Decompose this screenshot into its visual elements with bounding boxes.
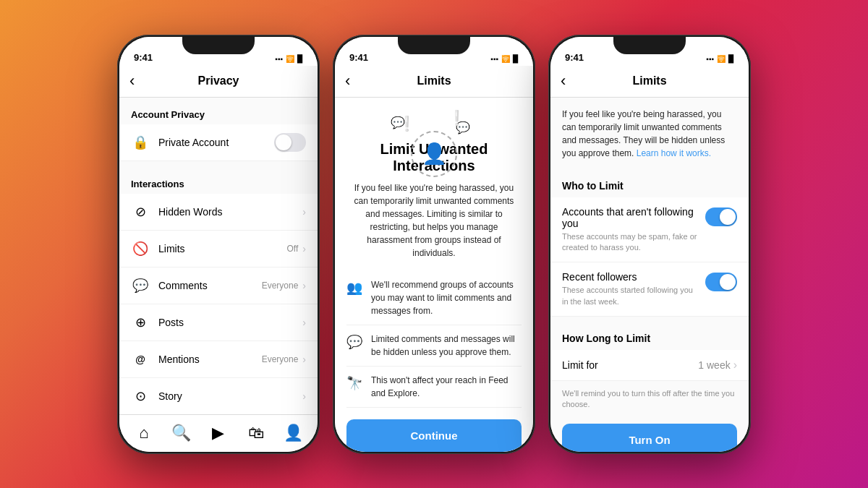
turn-on-button[interactable]: Turn On (562, 424, 737, 452)
comments-item[interactable]: 💬 Comments Everyone › (119, 267, 318, 304)
interactions-header: Interactions (119, 167, 318, 194)
not-following-sublabel: These accounts may be spam, fake or crea… (562, 231, 698, 254)
battery-icon-3: ▉ (728, 55, 734, 63)
nav-search[interactable]: 🔍 (168, 420, 194, 446)
back-button-2[interactable]: ‹ (345, 72, 350, 90)
limit-for-value: 1 week (698, 359, 730, 371)
mentions-label: Mentions (158, 354, 262, 365)
limits-intro-text: If you feel like you're being harassed, … (550, 98, 749, 170)
not-following-item: Accounts that aren't following you These… (550, 197, 749, 263)
signal-icon-3: ▪▪▪ (706, 55, 714, 63)
feature-icon-2: 🔭 (346, 375, 362, 391)
chevron-icon-4: › (302, 354, 306, 365)
time-3: 9:41 (565, 52, 584, 63)
limit-reminder: We'll remind you to turn this off after … (550, 381, 749, 418)
features-list: 👥 We'll recommend groups of accounts you… (335, 271, 533, 408)
signal-icon: ▪▪▪ (275, 55, 283, 63)
limit-for-label: Limit for (562, 359, 598, 371)
learn-link[interactable]: Learn how it works. (637, 148, 711, 158)
story-item[interactable]: ⊙ Story › (119, 378, 318, 414)
nav-bar-1: ‹ Privacy (119, 66, 318, 98)
who-to-limit-header: Who to Limit (550, 170, 749, 197)
wifi-icon: 🛜 (286, 55, 294, 63)
phones-container: 9:41 ▪▪▪ 🛜 ▉ ‹ Privacy Account Privacy 🔒… (117, 35, 751, 454)
limits-sublabel: Off (287, 244, 299, 254)
recent-followers-sublabel: These accounts started following you in … (562, 285, 698, 307)
signal-icon-2: ▪▪▪ (490, 55, 498, 63)
battery-icon-2: ▉ (513, 55, 519, 63)
private-account-toggle[interactable] (274, 133, 306, 152)
status-icons-2: ▪▪▪ 🛜 ▉ (490, 55, 519, 63)
mentions-item[interactable]: @ Mentions Everyone › (119, 341, 318, 378)
chevron-icon-1: › (302, 243, 306, 254)
bottom-nav-1: ⌂ 🔍 ▶ 🛍 👤 (119, 414, 318, 452)
private-account-label: Private Account (158, 137, 274, 148)
not-following-toggle[interactable] (705, 207, 737, 226)
chevron-icon-3: › (302, 317, 306, 328)
continue-button[interactable]: Continue (346, 419, 522, 452)
battery-icon: ▉ (297, 55, 303, 63)
hidden-words-item[interactable]: ⊘ Hidden Words › (119, 194, 318, 231)
notch-2 (398, 37, 470, 54)
chevron-icon-0: › (302, 206, 306, 218)
limit-for-row[interactable]: Limit for 1 week › (550, 350, 749, 381)
limits-description: If you feel like you're being harassed, … (335, 181, 533, 260)
limit-illustration: ❕ 👤 💬 💬 ❕ (391, 115, 477, 129)
posts-label: Posts (158, 317, 302, 328)
feature-icon-1: 💬 (346, 334, 362, 350)
limit-for-chevron: › (733, 359, 737, 372)
feature-item-1: 💬 Limited comments and messages will be … (346, 325, 522, 367)
feature-text-0: We'll recommend groups of accounts you m… (371, 278, 522, 317)
not-following-label: Accounts that aren't following you (562, 206, 698, 229)
screen-title-1: Privacy (198, 74, 239, 87)
posts-item[interactable]: ⊕ Posts › (119, 304, 318, 341)
feature-item-0: 👥 We'll recommend groups of accounts you… (346, 271, 522, 325)
recent-followers-toggle[interactable] (705, 273, 737, 291)
time-1: 9:41 (134, 52, 153, 63)
back-button-1[interactable]: ‹ (129, 72, 135, 90)
status-icons-3: ▪▪▪ 🛜 ▉ (706, 55, 734, 63)
limits-settings-screen: If you feel like you're being harassed, … (550, 98, 749, 452)
limits-icon: 🚫 (131, 239, 150, 258)
chevron-icon-2: › (302, 280, 306, 291)
time-2: 9:41 (349, 52, 368, 63)
posts-icon: ⊕ (131, 313, 150, 332)
recent-followers-item: Recent followers These accounts started … (550, 262, 749, 317)
hidden-words-icon: ⊘ (131, 202, 150, 221)
recent-followers-text: Recent followers These accounts started … (562, 271, 698, 307)
comments-label: Comments (158, 280, 262, 291)
hidden-words-label: Hidden Words (158, 206, 302, 218)
comments-sublabel: Everyone (262, 281, 299, 291)
feature-item-2: 🔭 This won't affect your reach in Feed a… (346, 367, 522, 408)
limits-label: Limits (158, 243, 287, 254)
limits-intro-screen: ❕ 👤 💬 💬 ❕ Limit Unwanted Interactions If… (335, 98, 533, 452)
feature-text-1: Limited comments and messages will be hi… (371, 333, 522, 359)
lock-icon: 🔒 (131, 133, 150, 152)
limits-item[interactable]: 🚫 Limits Off › (119, 231, 318, 267)
screen-title-2: Limits (417, 74, 451, 87)
nav-reels[interactable]: ▶ (205, 420, 231, 446)
phone-2: 9:41 ▪▪▪ 🛜 ▉ ‹ Limits ❕ 👤 💬 (333, 35, 535, 454)
feature-text-2: This won't affect your reach in Feed and… (371, 374, 522, 400)
nav-bar-2: ‹ Limits (335, 66, 533, 98)
notch-1 (182, 37, 255, 54)
story-icon: ⊙ (131, 387, 150, 406)
feature-icon-0: 👥 (346, 280, 362, 296)
nav-home[interactable]: ⌂ (131, 420, 157, 446)
wifi-icon-3: 🛜 (717, 55, 726, 63)
person-icon: 👤 (422, 142, 447, 166)
mentions-icon: @ (131, 350, 150, 369)
privacy-screen: Account Privacy 🔒 Private Account Intera… (119, 98, 318, 414)
back-button-3[interactable]: ‹ (561, 72, 566, 90)
how-long-header: How Long to Limit (550, 322, 749, 350)
nav-shop[interactable]: 🛍 (243, 420, 269, 446)
account-privacy-header: Account Privacy (119, 98, 318, 124)
story-label: Story (158, 390, 302, 402)
mentions-sublabel: Everyone (262, 354, 299, 364)
nav-profile[interactable]: 👤 (280, 420, 306, 446)
screen-title-3: Limits (632, 74, 666, 87)
not-following-text: Accounts that aren't following you These… (562, 206, 698, 254)
nav-bar-3: ‹ Limits (550, 66, 749, 98)
private-account-item[interactable]: 🔒 Private Account (119, 124, 318, 161)
notch-3 (613, 37, 686, 54)
